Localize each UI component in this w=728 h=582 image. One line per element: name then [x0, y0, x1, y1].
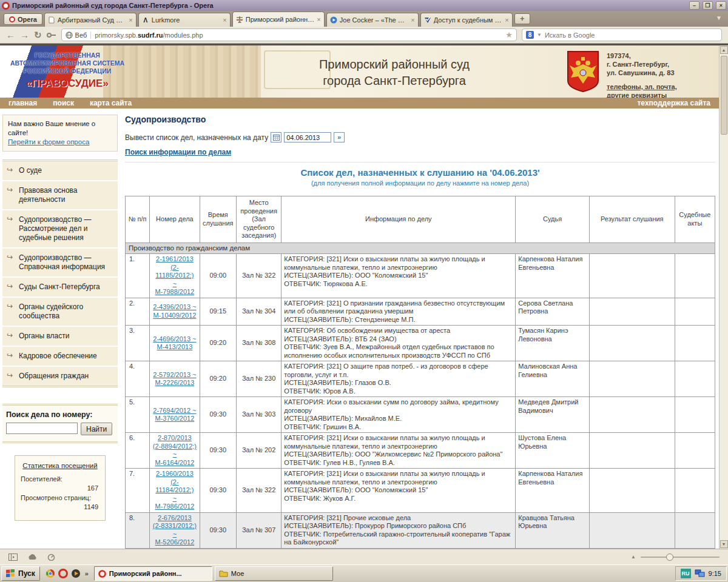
chrome-icon[interactable]: [46, 569, 55, 578]
nav-home-link[interactable]: главная: [8, 99, 37, 107]
system-tray: RU 9:15: [675, 566, 727, 581]
row-number: 6.: [126, 433, 150, 469]
court-name: Приморский районный суд города Санкт-Пет…: [252, 56, 537, 89]
tab-4[interactable]: Доступ к судебным акт...×: [420, 13, 513, 27]
opinion-poll-link[interactable]: Перейти к форме опроса: [8, 138, 89, 146]
sidebar-item-1[interactable]: ↪Правовая основа деятельности: [2, 181, 118, 210]
taskbar-task-1[interactable]: Мое: [215, 566, 333, 581]
url-field[interactable]: Веб primorsky.spb.sudrf.ru/modules.php ★: [61, 28, 517, 41]
sidebar-item-5[interactable]: ↪Органы судейского сообщества: [2, 298, 118, 327]
courtroom: Зал № 304: [236, 298, 281, 326]
case-number-link[interactable]: 2-1960/2013(2-11184/2012;)~ М-7986/2012: [152, 470, 197, 511]
url-text: primorsky.spb.sudrf.ru/modules.php: [95, 32, 502, 39]
search-engine-chevron-icon[interactable]: ▼: [537, 32, 542, 38]
zoom-slider-handle[interactable]: [666, 554, 673, 561]
opera-menu-button[interactable]: Opera: [4, 13, 42, 25]
tab-close-icon[interactable]: ×: [505, 16, 508, 24]
zoom-control[interactable]: ▲: [631, 554, 720, 560]
zoom-out-icon[interactable]: ▲: [631, 554, 636, 560]
case-number-link[interactable]: 2-676/2013(2-8331/2012;)~ М-5206/2012: [152, 514, 197, 547]
start-button[interactable]: Пуск: [1, 566, 40, 581]
calendar-icon[interactable]: [271, 132, 281, 142]
tab-2[interactable]: Приморский районный ...×: [232, 12, 325, 27]
back-icon[interactable]: ←: [6, 30, 15, 40]
opera-unite-cloud-icon[interactable]: [27, 554, 38, 560]
sidebar-item-0[interactable]: ↪О суде: [2, 161, 118, 181]
search-box[interactable]: 8 ▼: [522, 28, 722, 41]
date-go-button[interactable]: »: [334, 132, 345, 142]
vertical-scrollbar[interactable]: ▲ ▼: [719, 45, 728, 549]
key-icon[interactable]: [47, 32, 56, 38]
opinion-box: Нам важно Ваше мнение о сайте! Перейти к…: [2, 115, 118, 152]
reload-icon[interactable]: ↻: [34, 30, 42, 41]
tab-close-icon[interactable]: ×: [223, 16, 226, 24]
search-input[interactable]: [545, 32, 718, 39]
sidebar-item-label: Правовая основа деятельности: [19, 186, 78, 204]
tab-list-chevron-icon[interactable]: ▼: [716, 15, 722, 21]
tab-3[interactable]: Joe Cocker – «The Ultima...×: [326, 13, 419, 27]
sidebar-item-8[interactable]: ↪Обращения граждан: [2, 367, 118, 386]
opera-logo-icon: [2, 2, 10, 10]
books-decoration: [103, 45, 261, 98]
zoom-slider[interactable]: [641, 557, 720, 558]
visitors-value: 167: [21, 484, 98, 492]
forward-icon[interactable]: →: [20, 30, 29, 40]
opinion-text: Нам важно Ваше мнение о сайте!: [8, 119, 112, 138]
tab-1[interactable]: ΛLurkmore×: [138, 13, 231, 27]
case-number-link[interactable]: 2-1961/2013(2-11185/2012;)~ М-7988/2012: [152, 255, 197, 296]
contacts-link[interactable]: телефоны, эл. почта,: [607, 82, 677, 91]
scroll-up-icon[interactable]: ▲: [720, 46, 728, 54]
close-button[interactable]: ×: [716, 1, 726, 10]
case-info-search-link[interactable]: Поиск информации по делам: [125, 148, 231, 156]
nav-search-link[interactable]: поиск: [53, 99, 74, 107]
sidebar-item-2[interactable]: ↪Судопроизводство — Рассмотрение дел и с…: [2, 210, 118, 249]
scrollbar-thumb[interactable]: [721, 56, 727, 135]
scroll-down-icon[interactable]: ▼: [720, 540, 728, 548]
minimize-button[interactable]: –: [689, 1, 699, 10]
judge-name: Карпенкова Наталия Евгеньевна: [516, 469, 590, 513]
sidebar-item-4[interactable]: ↪Суды Санкт-Петербурга: [2, 278, 118, 298]
nav-support-link[interactable]: техподдержка сайта: [637, 99, 710, 107]
media-player-icon[interactable]: [71, 569, 81, 578]
date-input[interactable]: [284, 132, 331, 142]
tab-close-icon[interactable]: ×: [317, 16, 320, 23]
tab-close-icon[interactable]: ×: [411, 16, 414, 24]
find-button[interactable]: Найти: [81, 423, 112, 435]
sidebar-item-6[interactable]: ↪Органы власти: [2, 327, 118, 347]
judge-name: Серова Светлана Петровна: [516, 298, 590, 326]
panels-toggle-icon[interactable]: [8, 554, 18, 561]
judge-name: Кравцова Татьяна Юрьевна: [516, 512, 590, 548]
case-number-link[interactable]: 2-7694/2012 ~М-3760/2012: [152, 407, 197, 423]
row-number: 5.: [126, 397, 150, 433]
new-tab-button[interactable]: +: [514, 13, 530, 24]
requisites-link[interactable]: другие реквизиты: [607, 91, 677, 98]
bookmark-star-icon[interactable]: ★: [505, 30, 513, 39]
case-number-link[interactable]: 2-5792/2013 ~М-2226/2013: [152, 371, 197, 387]
tab-0[interactable]: Арбитражный Суд Санк...×: [44, 13, 136, 27]
case-number-link[interactable]: 2-4396/2013 ~М-10409/2012: [152, 303, 197, 319]
taskbar-task-0[interactable]: Приморский районн...: [94, 566, 212, 581]
column-header: Место проведения (Зал судебного заседани…: [236, 196, 281, 243]
hearing-result: [589, 433, 675, 469]
case-number-input[interactable]: [6, 423, 78, 434]
opera-quicklaunch-icon[interactable]: [58, 569, 68, 578]
case-number-cell: 2-7694/2012 ~М-3760/2012: [150, 397, 200, 433]
sidebar-item-3[interactable]: ↪Судопроизводство — Справочная информаци…: [2, 249, 118, 278]
case-number-link[interactable]: 2-870/2013(2-8894/2012;)~ М-6164/2012: [152, 434, 197, 467]
language-indicator[interactable]: RU: [681, 569, 691, 578]
date-filter-label: Вывести список дел, назначенных на дату: [125, 133, 268, 142]
restore-button[interactable]: ❐: [703, 1, 713, 10]
case-number-link[interactable]: 2-4696/2013 ~М-413/2013: [152, 335, 197, 352]
stats-title-link[interactable]: Статистика посещений: [21, 462, 99, 469]
nav-sitemap-link[interactable]: карта сайта: [90, 99, 132, 107]
quicklaunch-overflow-icon[interactable]: »: [85, 570, 89, 577]
network-tray-icon[interactable]: [695, 569, 705, 578]
opera-turbo-icon[interactable]: [47, 554, 55, 561]
case-number-cell: 2-4696/2013 ~М-413/2013: [150, 326, 200, 361]
opera-icon: [98, 570, 106, 578]
case-info: КАТЕГОРИЯ: Иски о взыскании сумм по дого…: [281, 397, 516, 433]
hearing-result: [589, 512, 675, 548]
sidebar-item-7[interactable]: ↪Кадровое обеспечение: [2, 347, 118, 367]
tab-close-icon[interactable]: ×: [129, 16, 132, 24]
judge-name: Малиновская Анна Гелиевна: [516, 361, 590, 397]
